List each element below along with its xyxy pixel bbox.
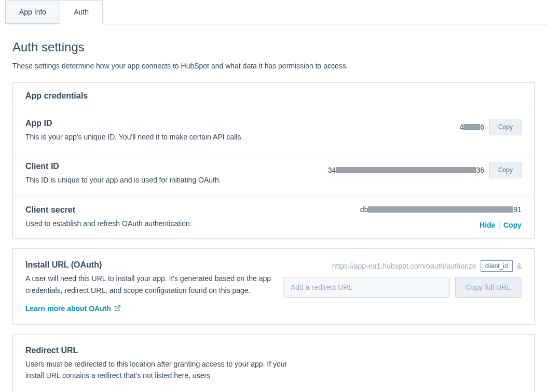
redirect-url-card: Redirect URL Users must be redirected to… bbox=[12, 334, 535, 392]
client-id-row: Client ID This ID is unique to your app … bbox=[13, 152, 534, 195]
action-divider: | bbox=[498, 221, 500, 229]
app-credentials-header: App credentials bbox=[13, 83, 534, 109]
redirect-url-input[interactable] bbox=[283, 277, 450, 298]
redacted-block bbox=[368, 206, 513, 213]
client-secret-label: Client secret bbox=[25, 205, 295, 215]
copy-app-id-button[interactable]: Copy bbox=[489, 119, 522, 135]
hide-secret-link[interactable]: Hide bbox=[480, 221, 495, 229]
copy-secret-link[interactable]: Copy bbox=[503, 221, 522, 229]
install-url-label: Install URL (OAuth) bbox=[25, 260, 272, 270]
learn-more-text: Learn more about OAuth bbox=[25, 304, 111, 313]
copy-full-url-button[interactable]: Copy full URL bbox=[455, 277, 522, 298]
redirect-url-label: Redirect URL bbox=[25, 346, 295, 355]
tab-bar: App Info Auth bbox=[5, 0, 547, 24]
client-id-desc: This ID is unique to your app and is use… bbox=[25, 174, 295, 186]
client-secret-actions: Hide | Copy bbox=[480, 221, 522, 229]
client-id-chip: client_id bbox=[481, 260, 513, 272]
client-secret-prefix: db bbox=[360, 205, 368, 214]
app-id-desc: This is your app's unique ID. You'll nee… bbox=[25, 131, 295, 143]
url-ampersand: & bbox=[517, 262, 522, 270]
install-url-preview: https://app-eu1.hubspot.com/oauth/author… bbox=[332, 260, 522, 272]
client-secret-row: Client secret Used to establish and refr… bbox=[13, 196, 534, 239]
client-secret-suffix: 91 bbox=[513, 205, 522, 214]
app-id-suffix: 6 bbox=[480, 123, 484, 131]
client-id-label: Client ID bbox=[25, 162, 295, 171]
install-url-desc: A user will need this URL to install you… bbox=[25, 273, 272, 296]
tab-auth[interactable]: Auth bbox=[60, 0, 103, 24]
page-title: Auth settings bbox=[12, 40, 535, 54]
client-id-suffix: 36 bbox=[476, 166, 484, 174]
external-link-icon bbox=[114, 305, 121, 312]
client-secret-desc: Used to establish and refresh OAuth auth… bbox=[25, 218, 295, 229]
client-id-prefix: 34 bbox=[328, 166, 336, 174]
app-credentials-card: App credentials App ID This is your app'… bbox=[12, 82, 535, 239]
install-url-card: Install URL (OAuth) A user will need thi… bbox=[12, 248, 535, 325]
install-url-base: https://app-eu1.hubspot.com/oauth/author… bbox=[332, 262, 476, 270]
app-id-label: App ID bbox=[25, 119, 295, 128]
app-id-value: 4 6 bbox=[459, 123, 484, 131]
tab-app-info[interactable]: App Info bbox=[5, 0, 60, 24]
redacted-block bbox=[336, 167, 476, 173]
learn-more-oauth-link[interactable]: Learn more about OAuth bbox=[25, 304, 121, 313]
app-id-prefix: 4 bbox=[459, 123, 463, 131]
page-description: These settings determine how your app co… bbox=[12, 62, 535, 70]
redirect-url-desc: Users must be redirected to this locatio… bbox=[25, 358, 295, 382]
app-id-row: App ID This is your app's unique ID. You… bbox=[13, 109, 534, 152]
svg-line-0 bbox=[117, 306, 120, 309]
client-id-value: 34 36 bbox=[328, 166, 484, 174]
redacted-block bbox=[463, 124, 480, 130]
copy-client-id-button[interactable]: Copy bbox=[489, 162, 522, 178]
client-secret-value: db 91 bbox=[360, 205, 522, 214]
